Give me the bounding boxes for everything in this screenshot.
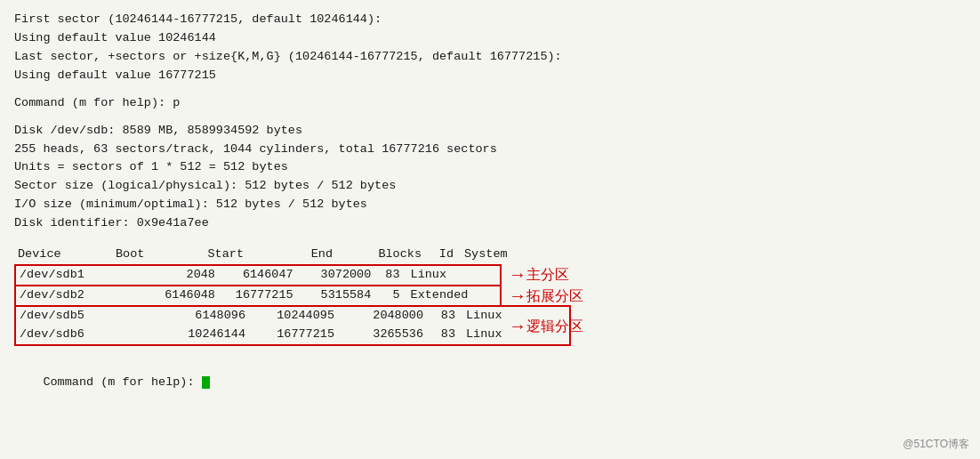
disk-line-1: Disk /dev/sdb: 8589 MB, 8589934592 bytes bbox=[14, 122, 966, 141]
disk-line-6: Disk identifier: 0x9e41a7ee bbox=[14, 214, 966, 233]
device-sdb1: /dev/sdb1 bbox=[20, 266, 104, 285]
device-sdb6: /dev/sdb6 bbox=[20, 326, 117, 344]
col-header-boot: Boot bbox=[116, 246, 162, 264]
col-header-end: End bbox=[251, 246, 340, 264]
id-sdb6: 83 bbox=[430, 326, 462, 344]
end-sdb2: 16777215 bbox=[222, 286, 301, 305]
arrow-sdb1: → bbox=[512, 265, 523, 286]
device-sdb5: /dev/sdb5 bbox=[20, 307, 117, 326]
system-sdb1: Linux bbox=[407, 266, 500, 285]
id-sdb2: 5 bbox=[378, 286, 406, 305]
line-1: First sector (10246144-16777215, default… bbox=[14, 11, 966, 29]
watermark: @51CTO博客 bbox=[903, 437, 969, 452]
boot-sdb5 bbox=[117, 307, 164, 326]
system-sdb2: Extended bbox=[407, 286, 500, 305]
cursor bbox=[202, 376, 210, 389]
annotation-sdb6: → 逻辑分区 bbox=[512, 316, 583, 336]
blocks-sdb5: 2048000 bbox=[341, 307, 430, 326]
start-sdb2: 6146048 bbox=[144, 286, 222, 305]
rows-sdb56-border: /dev/sdb5 6148096 10244095 2048000 83 Li… bbox=[14, 305, 571, 346]
boot-sdb2 bbox=[104, 286, 144, 305]
table-row-sdb1: /dev/sdb1 2048 6146047 3072000 83 Linux bbox=[14, 264, 502, 286]
boot-sdb6 bbox=[117, 326, 164, 344]
end-sdb1: 6146047 bbox=[222, 266, 301, 285]
start-sdb5: 6148096 bbox=[164, 307, 253, 326]
blocks-sdb2: 5315584 bbox=[301, 286, 379, 305]
col-header-id: Id bbox=[429, 246, 461, 264]
disk-line-3: Units = sectors of 1 * 512 = 512 bytes bbox=[14, 158, 966, 177]
command-final-text: Command (m for help): bbox=[43, 375, 201, 389]
line-3: Last sector, +sectors or +size{K,M,G} (1… bbox=[14, 48, 966, 67]
line-4: Using default value 16777215 bbox=[14, 67, 966, 85]
label-sdb6: 逻辑分区 bbox=[526, 317, 583, 335]
command-final: Command (m for help): bbox=[14, 355, 966, 411]
table-row-sdb2: /dev/sdb2 6146048 16777215 5315584 5 Ext… bbox=[14, 285, 502, 307]
line-2: Using default value 10246144 bbox=[14, 29, 966, 48]
end-sdb6: 16777215 bbox=[253, 326, 341, 344]
col-header-start: Start bbox=[162, 246, 251, 264]
label-sdb1: 主分区 bbox=[526, 266, 569, 285]
disk-line-5: I/O size (minimum/optimal): 512 bytes / … bbox=[14, 196, 966, 214]
partition-table: Device Boot Start End Blocks Id System /… bbox=[14, 246, 966, 346]
blocks-sdb6: 3265536 bbox=[341, 326, 430, 344]
end-sdb5: 10244095 bbox=[253, 307, 341, 326]
col-header-blocks: Blocks bbox=[340, 246, 429, 264]
disk-line-4: Sector size (logical/physical): 512 byte… bbox=[14, 177, 966, 196]
start-sdb1: 2048 bbox=[144, 266, 222, 285]
terminal: First sector (10246144-16777215, default… bbox=[0, 0, 980, 459]
boot-sdb1 bbox=[104, 266, 144, 285]
annotation-sdb1: → 主分区 bbox=[512, 265, 569, 286]
disk-line-2: 255 heads, 63 sectors/track, 1044 cylind… bbox=[14, 141, 966, 159]
col-header-device: Device bbox=[18, 246, 116, 264]
id-sdb1: 83 bbox=[378, 266, 406, 285]
table-header: Device Boot Start End Blocks Id System bbox=[14, 246, 966, 264]
id-sdb5: 83 bbox=[430, 307, 462, 326]
annotation-sdb2: → 拓展分区 bbox=[512, 286, 583, 307]
arrow-sdb6: → bbox=[512, 316, 523, 336]
table-row-sdb5: /dev/sdb5 6148096 10244095 2048000 83 Li… bbox=[16, 307, 569, 326]
blocks-sdb1: 3072000 bbox=[301, 266, 379, 285]
label-sdb2: 拓展分区 bbox=[526, 287, 583, 306]
arrow-sdb2: → bbox=[512, 286, 523, 307]
col-header-system: System bbox=[461, 246, 567, 264]
start-sdb6: 10246144 bbox=[164, 326, 253, 344]
command-p: Command (m for help): p bbox=[14, 94, 966, 113]
device-sdb2: /dev/sdb2 bbox=[20, 286, 104, 305]
table-row-sdb6: /dev/sdb6 10246144 16777215 3265536 83 L… bbox=[16, 326, 569, 344]
